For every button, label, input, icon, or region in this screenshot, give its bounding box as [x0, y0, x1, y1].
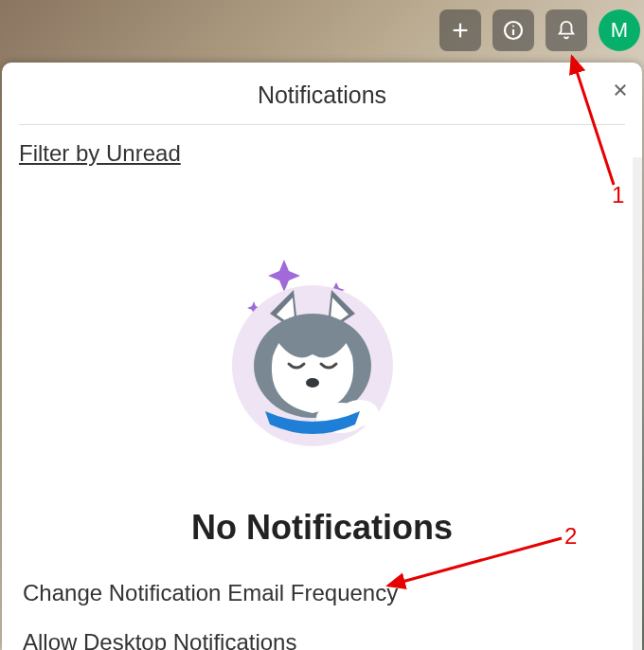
- svg-point-4: [512, 26, 514, 27]
- empty-state: No Notifications Change Notification Ema…: [2, 243, 642, 650]
- panel-title: Notifications: [2, 81, 642, 109]
- change-email-frequency-link[interactable]: Change Notification Email Frequency: [23, 580, 398, 606]
- panel-header: Notifications: [2, 63, 642, 124]
- settings-links: Change Notification Email Frequency Allo…: [2, 580, 398, 650]
- close-button[interactable]: [612, 81, 629, 102]
- empty-title: No Notifications: [191, 508, 453, 548]
- svg-marker-7: [268, 260, 300, 292]
- notifications-button[interactable]: [546, 9, 587, 51]
- info-button[interactable]: [492, 9, 534, 51]
- avatar-initial: M: [611, 18, 628, 43]
- add-button[interactable]: [439, 9, 481, 51]
- allow-desktop-notifications-link[interactable]: Allow Desktop Notifications: [23, 629, 398, 650]
- divider: [19, 124, 625, 125]
- scrollbar[interactable]: [633, 157, 642, 650]
- filter-by-unread-link[interactable]: Filter by Unread: [19, 140, 181, 167]
- empty-illustration: [218, 243, 426, 451]
- header-icon-bar: M: [439, 9, 640, 51]
- plus-icon: [450, 20, 471, 41]
- notifications-panel: Notifications Filter by Unread: [2, 63, 642, 650]
- close-icon: [612, 81, 629, 99]
- bell-icon: [556, 20, 577, 41]
- husky-icon: [218, 243, 426, 451]
- avatar[interactable]: M: [599, 9, 640, 51]
- svg-point-13: [306, 378, 319, 388]
- info-icon: [502, 19, 525, 42]
